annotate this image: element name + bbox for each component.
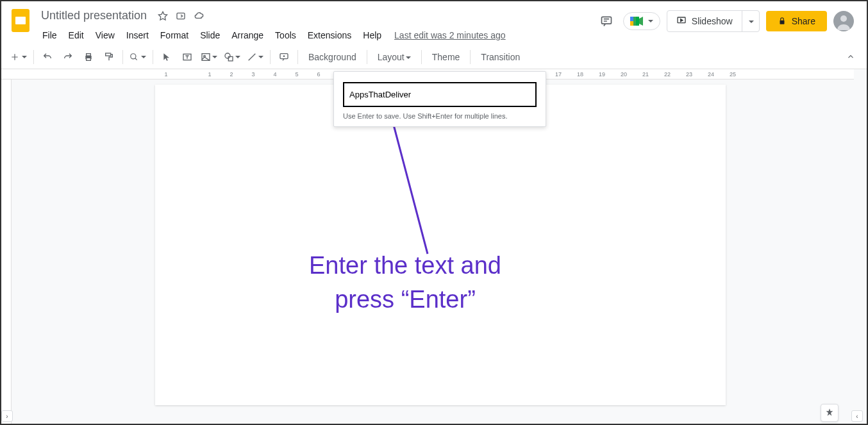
popup-hint: Use Enter to save. Use Shift+Enter for m… [343,112,537,120]
sidepanel-expand-button[interactable]: ‹ [851,410,863,422]
toolbar: Background Layout Theme Transition [1,46,867,69]
menu-tools[interactable]: Tools [270,28,301,43]
meet-button[interactable] [623,12,660,30]
last-edit-link[interactable]: Last edit was 2 minutes ago [388,28,512,43]
alt-text-popup: Use Enter to save. Use Shift+Enter for m… [333,71,546,127]
play-icon [676,16,687,26]
alt-text-input[interactable] [343,82,537,107]
slide-canvas[interactable] [155,85,726,405]
slides-logo[interactable] [9,9,32,32]
image-tool[interactable] [198,48,220,66]
line-tool[interactable] [244,48,266,66]
explore-button[interactable] [821,404,839,422]
header-right: Slideshow Share [596,10,859,32]
svg-rect-2 [177,13,185,19]
avatar[interactable] [833,11,854,31]
layout-button[interactable]: Layout [371,52,417,62]
cloud-icon[interactable] [193,10,204,22]
menu-help[interactable]: Help [358,28,387,43]
svg-point-20 [225,53,230,58]
collapse-toolbar-button[interactable] [841,48,860,66]
svg-point-11 [840,15,847,22]
app-header: Untitled presentation File Edit View Ins… [1,1,867,43]
svg-rect-3 [601,17,611,24]
svg-rect-5 [630,17,633,21]
svg-rect-7 [636,17,639,26]
canvas-area: 1123456789101112131415161718192021222324… [1,69,867,425]
redo-button[interactable] [58,48,78,66]
transition-button[interactable]: Transition [474,52,526,62]
menu-format[interactable]: Format [155,28,194,43]
menu-arrange[interactable]: Arrange [226,28,269,43]
title-area: Untitled presentation File Edit View Ins… [37,6,591,43]
move-icon[interactable] [175,10,187,22]
chevron-down-icon [141,56,146,58]
slideshow-button[interactable]: Slideshow [667,11,742,31]
undo-button[interactable] [38,48,57,66]
textbox-tool[interactable] [178,48,197,66]
slideshow-label: Slideshow [692,16,733,26]
svg-rect-1 [15,17,26,24]
svg-rect-21 [228,56,233,61]
chevron-down-icon [648,20,653,22]
chevron-down-icon [406,56,411,59]
svg-rect-6 [630,21,633,26]
filmstrip-expand-button[interactable]: › [1,410,13,422]
shape-tool[interactable] [221,48,243,66]
chevron-down-icon [235,56,240,58]
svg-point-16 [131,54,136,59]
menu-insert[interactable]: Insert [121,28,154,43]
menu-slide[interactable]: Slide [195,28,225,43]
svg-rect-9 [780,21,784,24]
chevron-down-icon [749,21,754,23]
new-slide-button[interactable] [8,48,29,66]
star-icon[interactable] [157,10,169,22]
menu-file[interactable]: File [37,28,62,43]
menu-view[interactable]: View [90,28,120,43]
print-button[interactable] [79,48,98,66]
comments-icon[interactable] [596,11,617,31]
theme-button[interactable]: Theme [426,52,467,62]
annotation-text: Enter the text and press “Enter” [309,249,501,317]
share-label: Share [792,16,815,26]
lock-icon [778,17,787,26]
document-title[interactable]: Untitled presentation [37,8,151,24]
menubar: File Edit View Insert Format Slide Arran… [37,25,591,43]
background-button[interactable]: Background [302,52,363,62]
select-tool[interactable] [157,48,176,66]
vertical-ruler[interactable] [1,79,12,425]
svg-rect-13 [87,54,91,56]
chevron-down-icon [22,56,27,58]
paint-format-button[interactable] [99,48,119,66]
svg-rect-14 [87,58,91,60]
chevron-down-icon [212,56,217,58]
share-button[interactable]: Share [766,11,827,31]
meet-icon [630,15,644,27]
slideshow-group: Slideshow [667,10,760,32]
slideshow-dropdown[interactable] [742,11,759,31]
menu-edit[interactable]: Edit [63,28,89,43]
chevron-down-icon [258,56,263,58]
zoom-button[interactable] [127,48,149,66]
comment-tool[interactable] [274,48,294,66]
svg-rect-15 [106,53,111,56]
menu-extensions[interactable]: Extensions [303,28,356,43]
